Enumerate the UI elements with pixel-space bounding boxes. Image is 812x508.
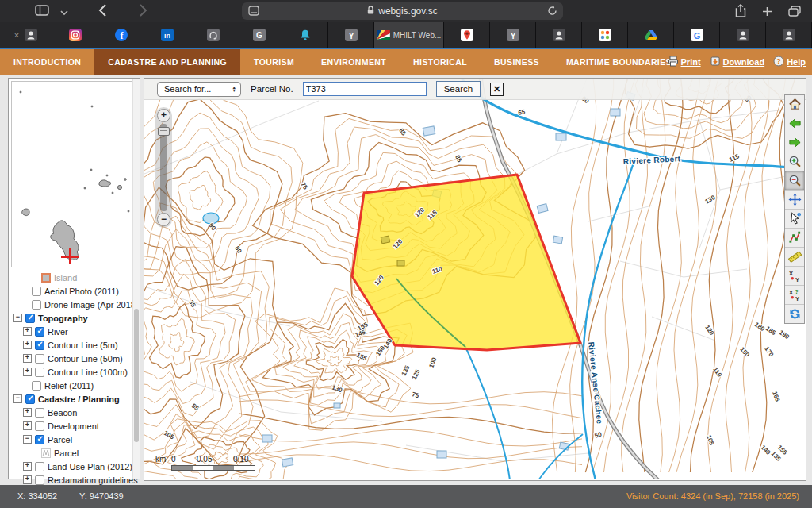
browser-tab-g-badge[interactable]: G	[236, 22, 282, 48]
browser-tab-drive[interactable]	[628, 22, 674, 48]
layer-checkbox[interactable]	[35, 354, 44, 364]
nav-tab-introduction[interactable]: INTRODUCTION	[0, 49, 94, 75]
expand-icon[interactable]: +	[23, 421, 32, 430]
layer-checkbox[interactable]	[32, 300, 41, 310]
layer-label[interactable]: Drone Image (Apr 2018)	[44, 300, 139, 310]
tab-overview-icon[interactable]	[788, 6, 801, 20]
nav-tab-historical[interactable]: HISTORICAL	[400, 49, 481, 75]
expand-icon[interactable]: +	[23, 368, 32, 376]
layer-label[interactable]: Parcel	[54, 448, 79, 458]
layer-checkbox[interactable]	[25, 394, 35, 404]
layer-checkbox[interactable]	[35, 421, 44, 431]
layer-label[interactable]: Beacon	[48, 408, 77, 418]
close-search-icon[interactable]: ✕	[490, 83, 504, 96]
sidebar-toggle-icon[interactable]	[35, 5, 49, 19]
layer-label[interactable]: Relief (2011)	[44, 381, 94, 391]
help-link[interactable]: ?Help	[773, 56, 806, 68]
collapse-icon[interactable]: −	[13, 394, 22, 403]
browser-tab-mastodon[interactable]	[190, 22, 236, 48]
tool-refresh[interactable]	[785, 305, 804, 323]
layer-label[interactable]: Island	[54, 273, 77, 283]
browser-tab-person[interactable]	[536, 22, 582, 48]
tool-pan[interactable]	[785, 190, 804, 210]
parcel-no-input[interactable]	[303, 82, 427, 96]
panel-scrollbar[interactable]	[132, 79, 140, 479]
expand-icon[interactable]: +	[23, 354, 32, 363]
print-link[interactable]: Print	[668, 56, 701, 68]
layer-checkbox[interactable]	[35, 408, 44, 418]
layer-checkbox[interactable]	[35, 368, 44, 377]
nav-tab-cadastre-and-planning[interactable]: CADASTRE AND PLANNING	[94, 49, 240, 75]
layer-checkbox[interactable]	[35, 462, 44, 471]
browser-tab-google[interactable]: G	[674, 22, 720, 48]
layer-label[interactable]: Reclamation guidelines	[48, 475, 138, 485]
tool-home[interactable]	[785, 95, 804, 114]
browser-tab-person[interactable]	[766, 22, 812, 48]
expand-icon[interactable]: +	[23, 475, 32, 484]
browser-tab-instagram[interactable]	[52, 22, 98, 48]
layer-label[interactable]: Contour Line (5m)	[48, 341, 118, 350]
nav-tab-environment[interactable]: ENVIRONMENT	[308, 49, 400, 75]
layer-checkbox[interactable]	[35, 327, 44, 337]
forward-icon[interactable]	[139, 4, 147, 20]
browser-tab-y-badge[interactable]: Y	[328, 22, 374, 48]
reload-icon[interactable]	[547, 6, 557, 18]
search-type-select[interactable]: Search for... ▲▼	[157, 82, 241, 97]
layer-label[interactable]: Land Use Plan (2012)	[48, 462, 132, 471]
overview-map[interactable]	[11, 81, 132, 267]
layer-label[interactable]: Parcel	[48, 435, 72, 444]
tool-measure-path[interactable]	[785, 229, 804, 248]
tool-zoom-in[interactable]	[785, 152, 804, 171]
layer-label[interactable]: Topography	[38, 314, 88, 323]
layer-checkbox[interactable]	[32, 287, 41, 296]
browser-tab-joomla[interactable]	[582, 22, 628, 48]
layer-label[interactable]: Aerial Photo (2011)	[44, 287, 119, 296]
layer-label[interactable]: Cadastre / Planning	[38, 394, 120, 404]
layer-checkbox[interactable]	[32, 381, 41, 391]
nav-tab-tourism[interactable]: TOURISM	[240, 49, 308, 75]
collapse-icon[interactable]: −	[13, 314, 22, 322]
expand-icon[interactable]: +	[23, 327, 32, 336]
expand-icon[interactable]: +	[23, 462, 32, 471]
layer-label[interactable]: Development	[48, 421, 99, 431]
chevron-down-icon[interactable]	[60, 5, 68, 19]
browser-tab-linkedin[interactable]: in	[144, 22, 190, 48]
expand-icon[interactable]: +	[23, 408, 32, 417]
new-tab-icon[interactable]	[762, 6, 772, 20]
zoom-slider-thumb[interactable]	[158, 127, 170, 136]
layer-checkbox[interactable]	[35, 341, 44, 350]
tool-coords-xy-query[interactable]: X?Y	[785, 286, 804, 305]
browser-tab-seychelles-flag[interactable]: MHILT Web...	[374, 22, 444, 48]
tool-identify[interactable]: i	[785, 210, 804, 229]
layer-label[interactable]: Contour Line (100m)	[48, 368, 128, 377]
zoom-slider-track[interactable]	[160, 124, 167, 211]
collapse-icon[interactable]: −	[23, 435, 32, 444]
nav-tab-business[interactable]: BUSINESS	[481, 49, 553, 75]
download-link[interactable]: Download	[710, 56, 765, 68]
expand-icon[interactable]: +	[23, 341, 32, 349]
address-bar[interactable]: webgis.gov.sc	[242, 2, 563, 20]
layer-label[interactable]: River	[48, 327, 68, 337]
share-icon[interactable]	[735, 4, 746, 21]
tool-coords-xy[interactable]: XY	[785, 267, 804, 286]
tool-forward-arrow[interactable]	[785, 133, 804, 152]
search-button[interactable]: Search	[436, 81, 481, 97]
zoom-out-button[interactable]: −	[157, 213, 170, 226]
back-icon[interactable]	[98, 4, 107, 20]
layer-label[interactable]: Contour Line (50m)	[48, 354, 123, 364]
tool-back-arrow[interactable]	[785, 114, 804, 133]
browser-tab-y-badge[interactable]: Y	[490, 22, 536, 48]
zoom-in-button[interactable]: +	[157, 109, 170, 122]
browser-tab-bell[interactable]	[282, 22, 328, 48]
tab-close-icon[interactable]: ×	[14, 30, 19, 40]
panel-scrollbar-thumb[interactable]	[134, 309, 139, 442]
page-format-icon[interactable]	[248, 6, 259, 18]
nav-tab-maritime-boundaries[interactable]: MARITIME BOUNDARIES	[553, 49, 685, 75]
tool-zoom-out[interactable]	[785, 171, 804, 190]
layer-checkbox[interactable]	[25, 314, 35, 323]
tool-ruler[interactable]	[785, 248, 804, 267]
parcel-T373-polygon[interactable]	[352, 175, 580, 350]
layer-checkbox[interactable]	[35, 435, 44, 444]
browser-tab-person[interactable]: ×	[0, 22, 52, 48]
map-viewport[interactable]: 6065909085851151307590803512011512011012…	[144, 78, 806, 481]
